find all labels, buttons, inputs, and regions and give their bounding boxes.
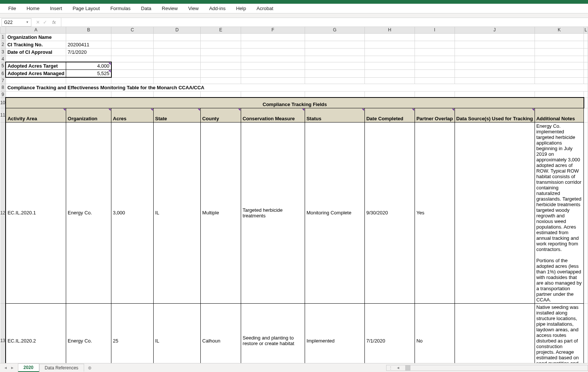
table-title[interactable]: Compliance Tracking and Effectiveness Mo… [6, 84, 588, 91]
header-K[interactable]: Additional Notes [535, 108, 584, 122]
cell[interactable] [305, 70, 364, 78]
cell[interactable] [364, 33, 415, 41]
cell[interactable] [154, 41, 201, 48]
enter-icon[interactable]: ✓ [43, 19, 47, 25]
row-header-13[interactable]: 13 [0, 303, 6, 363]
data-cell[interactable]: 7/1/2020 [364, 303, 415, 363]
cell[interactable] [6, 77, 66, 84]
cell[interactable] [364, 56, 415, 62]
row-header-11[interactable]: 11 [0, 108, 6, 122]
cell[interactable] [455, 77, 535, 84]
cell[interactable] [535, 62, 584, 70]
cell[interactable] [66, 77, 111, 84]
cell[interactable] [415, 91, 455, 97]
cell[interactable]: 20200411 [66, 41, 111, 48]
cell[interactable] [455, 33, 535, 41]
data-cell[interactable]: Energy Co. [66, 303, 111, 363]
cell[interactable] [584, 41, 588, 48]
cell[interactable] [111, 70, 154, 78]
cell[interactable] [305, 48, 364, 56]
data-cell[interactable]: IL [154, 122, 201, 303]
data-cell[interactable]: 9/30/2020 [364, 122, 415, 303]
data-cell[interactable]: IL [154, 303, 201, 363]
cell[interactable] [66, 56, 111, 62]
col-header-B[interactable]: B [66, 27, 111, 33]
cell[interactable]: Adopted Acres Target [6, 62, 66, 70]
row-header-10[interactable]: 10 [0, 97, 6, 108]
cell[interactable] [111, 91, 154, 97]
header-A[interactable]: Activity Area [6, 108, 66, 122]
row-header-12[interactable]: 12 [0, 122, 6, 303]
add-sheet-button[interactable]: ⊕ [84, 365, 95, 371]
tab-insert[interactable]: Insert [45, 4, 68, 13]
cell[interactable] [455, 70, 535, 78]
cell[interactable] [305, 56, 364, 62]
tab-page-layout[interactable]: Page Layout [67, 4, 105, 13]
col-header-D[interactable]: D [154, 27, 201, 33]
cell[interactable] [364, 48, 415, 56]
cell[interactable] [415, 77, 455, 84]
cell[interactable] [241, 48, 305, 56]
cell[interactable] [201, 91, 241, 97]
cell[interactable] [584, 108, 588, 122]
cell[interactable] [201, 62, 241, 70]
cell[interactable] [66, 91, 111, 97]
cell[interactable] [201, 33, 241, 41]
data-cell[interactable]: Energy Co. [66, 122, 111, 303]
cell[interactable] [154, 62, 201, 70]
row-header-6[interactable]: 6 [0, 70, 6, 78]
sheet-tab-2020[interactable]: 2020 [18, 363, 39, 372]
data-cell[interactable]: Calhoun [201, 303, 241, 363]
cell[interactable] [111, 62, 154, 70]
col-header-J[interactable]: J [455, 27, 535, 33]
cell[interactable] [455, 41, 535, 48]
col-header-F[interactable]: F [241, 27, 305, 33]
row-header-1[interactable]: 1 [0, 33, 6, 41]
cell[interactable] [364, 77, 415, 84]
cell[interactable] [241, 56, 305, 62]
cell[interactable] [305, 41, 364, 48]
cell[interactable]: Organization Name [6, 33, 66, 41]
cell[interactable] [535, 91, 584, 97]
tab-formulas[interactable]: Formulas [105, 4, 136, 13]
cell[interactable] [584, 33, 588, 41]
tab-data[interactable]: Data [136, 4, 156, 13]
cell[interactable] [6, 56, 66, 62]
cell[interactable] [305, 62, 364, 70]
cell[interactable] [584, 91, 588, 97]
next-sheet-icon[interactable]: ► [10, 366, 14, 370]
prev-sheet-icon[interactable]: ◄ [4, 366, 7, 370]
data-cell[interactable]: No [415, 303, 455, 363]
cell[interactable] [364, 41, 415, 48]
cell[interactable] [154, 91, 201, 97]
header-D[interactable]: State [154, 108, 201, 122]
row-header-2[interactable]: 2 [0, 41, 6, 48]
cell[interactable] [364, 70, 415, 78]
cell[interactable] [455, 56, 535, 62]
cell[interactable] [364, 62, 415, 70]
formula-input[interactable] [61, 18, 588, 27]
row-header-9[interactable]: 9 [0, 91, 6, 97]
cell[interactable] [305, 91, 364, 97]
cell[interactable] [535, 41, 584, 48]
chevron-down-icon[interactable]: ▼ [26, 21, 29, 24]
cell[interactable] [66, 33, 111, 41]
cell[interactable] [154, 48, 201, 56]
cell[interactable]: 7/1/2020 [66, 48, 111, 56]
cell[interactable] [241, 41, 305, 48]
col-header-I[interactable]: I [415, 27, 455, 33]
cell[interactable] [415, 62, 455, 70]
header-E[interactable]: County [201, 108, 241, 122]
scroll-thumb[interactable] [405, 365, 410, 371]
cell[interactable] [455, 91, 535, 97]
cell[interactable] [415, 70, 455, 78]
cell[interactable] [584, 97, 588, 108]
col-header-E[interactable]: E [201, 27, 241, 33]
tab-home[interactable]: Home [21, 4, 45, 13]
col-header-G[interactable]: G [305, 27, 364, 33]
cell[interactable] [535, 77, 584, 84]
data-cell[interactable]: Energy Co. implemented targeted herbicid… [535, 122, 584, 303]
cell[interactable] [584, 122, 588, 303]
cell[interactable] [241, 91, 305, 97]
section-compliance[interactable]: Compliance Tracking Fields [6, 97, 584, 108]
